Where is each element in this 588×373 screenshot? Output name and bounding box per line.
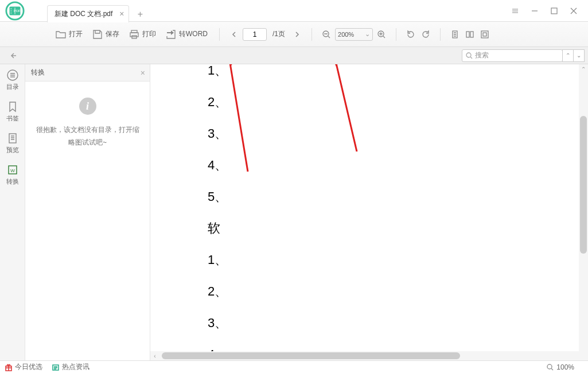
status-gift[interactable]: 今日优选	[5, 362, 42, 372]
page-input[interactable]	[243, 28, 267, 41]
svg-text:PDF: PDF	[14, 9, 21, 12]
export-icon	[165, 29, 177, 40]
print-icon	[128, 29, 140, 40]
single-page-button[interactable]	[449, 28, 461, 41]
panel-header: 转换 ×	[25, 64, 150, 81]
search-next-button[interactable]: ⌄	[573, 49, 585, 62]
prev-page-button[interactable]	[228, 28, 240, 41]
search-prev-button[interactable]: ⌃	[562, 49, 574, 62]
collapse-sidebar-button[interactable]	[3, 47, 23, 64]
close-icon[interactable]: ×	[119, 9, 124, 18]
to-word-button[interactable]: 转WORD	[162, 26, 211, 42]
svg-line-21	[335, 64, 357, 151]
annotation-arrow-right	[328, 64, 363, 157]
svg-rect-12	[481, 31, 488, 38]
document-line: 1、	[208, 64, 227, 77]
zoom-in-button[interactable]	[375, 28, 388, 41]
document-content: 1、2、3、4、5、软1、2、3、4、	[208, 64, 227, 360]
sidebar-item-toc[interactable]: 目录	[6, 69, 19, 91]
document-line: 软	[208, 222, 227, 235]
vertical-scrollbar[interactable]: ⌃	[579, 64, 588, 360]
search-icon	[466, 52, 473, 59]
rotate-left-button[interactable]	[404, 28, 417, 41]
new-tab-button[interactable]: +	[133, 7, 147, 22]
print-button[interactable]: 打印	[125, 26, 159, 42]
sidebar-item-convert[interactable]: W 转换	[6, 164, 19, 186]
document-line: 5、	[208, 191, 227, 203]
svg-marker-22	[330, 64, 341, 67]
fit-page-button[interactable]	[478, 28, 491, 41]
zoom-out-button[interactable]	[320, 28, 333, 41]
document-line: 3、	[208, 127, 227, 140]
save-icon	[92, 29, 103, 40]
svg-line-19	[229, 64, 248, 172]
svg-rect-3	[551, 8, 557, 14]
app-logo: PDF	[0, 0, 30, 22]
two-page-button[interactable]	[464, 28, 476, 41]
bookmark-icon	[6, 100, 19, 113]
document-viewport[interactable]: 1、2、3、4、5、软1、2、3、4、 ⌃ ‹	[150, 64, 588, 360]
svg-point-14	[466, 53, 471, 57]
horizontal-scrollbar[interactable]: ‹	[150, 351, 579, 360]
menu-button[interactable]	[505, 0, 525, 22]
svg-rect-16	[9, 134, 16, 143]
rotate-right-button[interactable]	[419, 28, 432, 41]
gift-icon	[5, 363, 13, 371]
scroll-left-icon[interactable]: ‹	[151, 352, 158, 359]
zoom-icon	[546, 363, 554, 371]
document-line: 1、	[208, 254, 227, 266]
document-line: 2、	[208, 285, 227, 298]
preview-icon	[6, 132, 19, 145]
annotation-arrow-left	[225, 64, 254, 180]
document-tab[interactable]: 新建 DOC 文档.pdf ×	[47, 5, 129, 22]
save-button[interactable]: 保存	[88, 26, 123, 42]
page-total: /1页	[272, 29, 285, 39]
status-news[interactable]: 热点资讯	[52, 362, 89, 372]
info-icon: i	[79, 98, 96, 115]
list-icon	[6, 69, 19, 81]
sidebar-item-bookmark[interactable]: 书签	[6, 100, 19, 123]
svg-rect-13	[483, 33, 486, 36]
document-line: 3、	[208, 317, 227, 329]
sidebar-item-preview[interactable]: 预览	[6, 132, 19, 154]
minimize-button[interactable]	[525, 0, 544, 22]
news-icon	[52, 363, 60, 371]
convert-icon: W	[6, 164, 19, 176]
svg-point-25	[547, 364, 552, 369]
close-button[interactable]	[564, 0, 583, 22]
svg-rect-10	[466, 32, 469, 37]
status-zoom[interactable]: 100%	[546, 363, 574, 371]
close-panel-icon[interactable]: ×	[141, 68, 145, 77]
document-line: 4、	[208, 159, 227, 172]
document-line: 2、	[208, 96, 227, 108]
next-page-button[interactable]	[291, 28, 303, 41]
svg-rect-11	[470, 32, 473, 37]
open-button[interactable]: 打开	[52, 26, 86, 42]
svg-marker-20	[226, 64, 235, 67]
scroll-up-icon[interactable]: ⌃	[580, 65, 587, 72]
zoom-select[interactable]: 200%	[335, 28, 373, 41]
folder-icon	[55, 29, 67, 40]
maximize-button[interactable]	[544, 0, 564, 22]
svg-text:W: W	[10, 168, 15, 173]
panel-message: 很抱歉，该文档没有目录，打开缩略图试试吧~	[36, 124, 139, 149]
tab-title: 新建 DOC 文档.pdf	[54, 9, 112, 19]
svg-rect-5	[130, 33, 138, 37]
search-input[interactable]: 搜索	[462, 49, 563, 62]
